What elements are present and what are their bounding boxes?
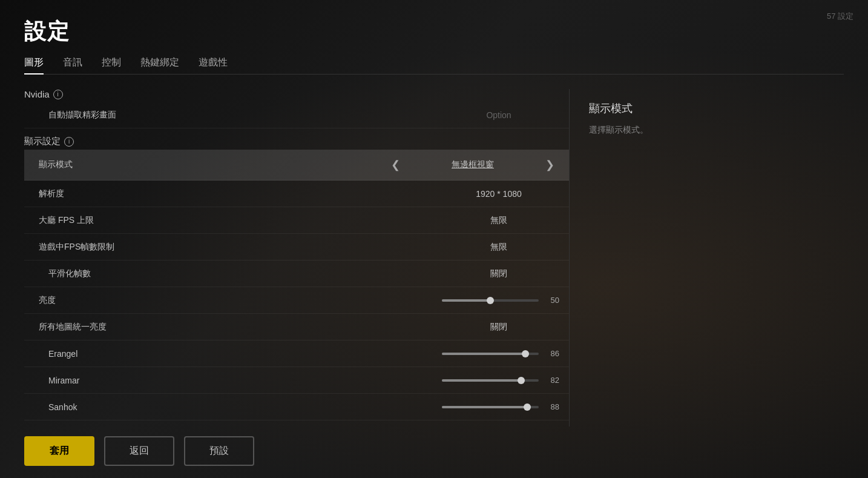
- sanhok-slider-track[interactable]: [442, 406, 539, 408]
- miramar-slider-container: 82: [414, 376, 559, 385]
- resolution-value[interactable]: 1920 * 1080: [438, 189, 559, 199]
- lobby-fps-label: 大廳 FPS 上限: [34, 215, 438, 226]
- top-right-info: 57 設定: [827, 11, 853, 22]
- info-panel-desc: 選擇顯示模式。: [589, 123, 824, 136]
- back-button[interactable]: 返回: [104, 436, 174, 466]
- brightness-slider-fill: [442, 299, 490, 302]
- unified-brightness-label: 所有地圖統一亮度: [34, 322, 438, 333]
- erangel-slider-fill: [442, 353, 525, 355]
- display-header: 顯示設定 i: [24, 136, 569, 147]
- erangel-row: Erangel 86: [24, 340, 569, 367]
- ingame-fps-row: 遊戲中FPS幀數限制 無限: [24, 234, 569, 261]
- nvidia-section: Nvidia i 自動擷取精彩畫面 Option: [24, 89, 569, 128]
- display-mode-label: 顯示模式: [34, 159, 386, 170]
- display-info-icon[interactable]: i: [64, 137, 74, 147]
- display-mode-value: 無邊框視窗: [412, 159, 533, 170]
- settings-panel: Nvidia i 自動擷取精彩畫面 Option 顯示設定 i 顯示模式: [24, 89, 569, 427]
- unified-brightness-row: 所有地圖統一亮度 關閉: [24, 314, 569, 340]
- display-mode-nav: ❮ 無邊框視窗 ❯: [386, 156, 559, 174]
- display-section: 顯示設定 i 顯示模式 ❮ 無邊框視窗 ❯ 解析度 1920 * 1080: [24, 136, 569, 420]
- smooth-frames-label: 平滑化幀數: [34, 268, 438, 279]
- brightness-slider-thumb[interactable]: [487, 297, 494, 304]
- brightness-slider-track[interactable]: [442, 299, 539, 302]
- bottom-bar: 套用 返回 預設: [24, 427, 844, 466]
- tab-bar: 圖形 音訊 控制 熱鍵綁定 遊戲性: [24, 56, 844, 75]
- sanhok-slider-container: 88: [414, 402, 559, 411]
- auto-highlight-row: 自動擷取精彩畫面 Option: [24, 102, 569, 128]
- brightness-row: 亮度 50: [24, 287, 569, 314]
- miramar-value: 82: [545, 376, 559, 385]
- miramar-slider-thumb[interactable]: [518, 377, 525, 384]
- nvidia-info-icon[interactable]: i: [53, 90, 63, 99]
- unified-brightness-value[interactable]: 關閉: [438, 322, 559, 333]
- brightness-value: 50: [545, 296, 559, 305]
- erangel-slider-thumb[interactable]: [522, 350, 529, 357]
- resolution-label: 解析度: [34, 188, 438, 199]
- ingame-fps-label: 遊戲中FPS幀數限制: [34, 242, 438, 253]
- page-title: 設定: [24, 17, 844, 47]
- brightness-label: 亮度: [34, 295, 414, 306]
- content-area: Nvidia i 自動擷取精彩畫面 Option 顯示設定 i 顯示模式: [24, 89, 844, 427]
- tab-graphics[interactable]: 圖形: [24, 56, 44, 74]
- apply-button[interactable]: 套用: [24, 436, 94, 466]
- auto-highlight-value[interactable]: Option: [438, 110, 559, 120]
- brightness-slider-container: 50: [414, 296, 559, 305]
- lobby-fps-value[interactable]: 無限: [438, 215, 559, 226]
- sanhok-label: Sanhok: [34, 402, 414, 412]
- miramar-label: Miramar: [34, 376, 414, 385]
- sanhok-value: 88: [545, 402, 559, 411]
- sanhok-slider-fill: [442, 406, 527, 408]
- miramar-slider-track[interactable]: [442, 379, 539, 382]
- erangel-slider-track[interactable]: [442, 353, 539, 355]
- resolution-row: 解析度 1920 * 1080: [24, 181, 569, 207]
- tab-audio[interactable]: 音訊: [63, 56, 82, 74]
- info-panel-title: 顯示模式: [589, 101, 824, 116]
- ingame-fps-value[interactable]: 無限: [438, 242, 559, 253]
- sanhok-slider-thumb[interactable]: [524, 403, 531, 411]
- reset-button[interactable]: 預設: [184, 436, 254, 466]
- erangel-label: Erangel: [34, 349, 414, 359]
- tab-control[interactable]: 控制: [102, 56, 121, 74]
- tab-hotkeys[interactable]: 熱鍵綁定: [140, 56, 179, 74]
- miramar-slider-fill: [442, 379, 521, 382]
- erangel-slider-container: 86: [414, 349, 559, 358]
- smooth-frames-value[interactable]: 關閉: [438, 268, 559, 279]
- info-panel: 顯示模式 選擇顯示模式。: [569, 89, 844, 427]
- display-mode-next[interactable]: ❯: [541, 156, 559, 174]
- display-mode-row: 顯示模式 ❮ 無邊框視窗 ❯: [24, 150, 569, 181]
- miramar-row: Miramar 82: [24, 367, 569, 394]
- smooth-frames-row: 平滑化幀數 關閉: [24, 261, 569, 287]
- display-mode-prev[interactable]: ❮: [386, 156, 405, 174]
- nvidia-header: Nvidia i: [24, 89, 569, 99]
- auto-highlight-label: 自動擷取精彩畫面: [34, 110, 438, 121]
- erangel-value: 86: [545, 349, 559, 358]
- lobby-fps-row: 大廳 FPS 上限 無限: [24, 207, 569, 234]
- sanhok-row: Sanhok 88: [24, 394, 569, 420]
- top-right-text: 57 設定: [827, 11, 853, 22]
- tab-gameplay[interactable]: 遊戲性: [199, 56, 228, 74]
